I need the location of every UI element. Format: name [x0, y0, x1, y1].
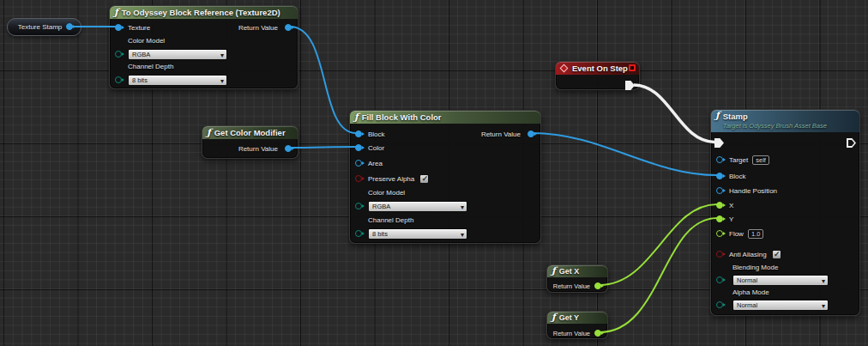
node-get-y[interactable]: ƒ Get Y Return Value	[546, 311, 608, 339]
wire-gety-to-stamp-y	[600, 218, 717, 332]
node-header[interactable]: ƒ Get X	[547, 265, 607, 277]
pin-row-return-value: Return Value	[481, 130, 534, 138]
pin-return-value[interactable]	[594, 330, 601, 337]
node-texture-stamp[interactable]: Texture Stamp	[7, 18, 81, 36]
function-icon: ƒ	[207, 129, 211, 137]
pin-row-channel-depth	[355, 229, 362, 238]
variable-label: Texture Stamp	[18, 23, 63, 31]
pin-channel-depth[interactable]	[355, 230, 362, 237]
node-fill-block-with-color[interactable]: ƒ Fill Block With Color Block Return Val…	[349, 110, 541, 244]
pin-alpha-mode[interactable]	[716, 301, 723, 308]
pin-label: Return Value	[481, 131, 521, 138]
pin-label: Target	[729, 156, 748, 164]
pin-anti-aliasing[interactable]	[716, 251, 723, 258]
pin-label: Anti Aliasing	[729, 251, 767, 258]
pin-handle-position[interactable]	[716, 187, 723, 194]
pin-color-model[interactable]	[355, 203, 362, 209]
node-header[interactable]: ƒ Fill Block With Color	[350, 111, 540, 124]
pin-row-return-value: Return Value	[553, 329, 601, 337]
pin-color-model[interactable]	[115, 51, 122, 58]
alpha-mode-dropdown[interactable]: Normal	[732, 300, 829, 311]
node-event-on-step[interactable]: Event On Step	[555, 61, 640, 90]
pin-label: Flow	[729, 230, 744, 238]
pin-label: Block	[729, 173, 746, 180]
node-header[interactable]: Event On Step	[556, 62, 639, 75]
pin-flow[interactable]	[716, 230, 723, 237]
pin-row-return-value: Return Value	[553, 282, 601, 290]
pin-texture-stamp-output[interactable]	[66, 23, 73, 30]
node-title: Event On Step	[572, 64, 628, 73]
pin-row-block: Block	[716, 172, 746, 180]
blending-mode-label: Blending Mode	[732, 264, 778, 271]
exec-output-pin[interactable]	[847, 138, 856, 148]
pin-row-handle-position: Handle Position	[716, 186, 777, 195]
pin-label: Preserve Alpha	[368, 175, 414, 183]
wire-getx-to-stamp-x	[600, 204, 717, 285]
delegate-pin-icon[interactable]	[629, 64, 636, 71]
function-icon: ƒ	[552, 313, 556, 322]
pin-label: Area	[368, 160, 383, 167]
pin-return-value[interactable]	[527, 131, 534, 137]
pin-label: Texture	[128, 24, 150, 32]
color-model-dropdown[interactable]: RGBA	[368, 201, 467, 212]
node-header[interactable]: ƒ To Odyssey Block Reference (Texture2D)	[110, 6, 298, 19]
flow-value-field[interactable]: 1.0	[748, 229, 763, 239]
pin-row-color: Color	[355, 143, 384, 152]
node-header[interactable]: ƒ Stamp Target is Odyssey Brush Asset Ba…	[711, 110, 859, 132]
pin-blending-mode[interactable]	[716, 276, 723, 283]
channel-depth-label: Channel Depth	[128, 63, 173, 70]
pin-label: Color	[368, 144, 384, 152]
pin-preserve-alpha[interactable]	[355, 175, 362, 182]
color-model-label: Color Model	[128, 37, 165, 45]
pin-label: Handle Position	[729, 187, 777, 195]
pin-row-return-value: Return Value	[238, 23, 292, 32]
function-icon: ƒ	[715, 112, 720, 120]
node-get-x[interactable]: ƒ Get X Return Value	[546, 264, 608, 293]
channel-depth-dropdown[interactable]: 8 bits	[368, 228, 467, 240]
node-title: Get Y	[559, 313, 579, 322]
node-stamp[interactable]: ƒ Stamp Target is Odyssey Brush Asset Ba…	[710, 109, 860, 316]
pin-row-color-model	[355, 202, 362, 210]
pin-y[interactable]	[716, 215, 723, 222]
pin-block[interactable]	[716, 173, 723, 179]
color-model-label: Color Model	[368, 189, 405, 197]
node-get-color-modifier[interactable]: ƒ Get Color Modifier Return Value	[202, 125, 298, 159]
pin-area[interactable]	[355, 160, 362, 167]
pin-x[interactable]	[716, 202, 723, 209]
node-title: Get Color Modifier	[214, 128, 286, 137]
pin-return-value[interactable]	[285, 24, 292, 31]
preserve-alpha-checkbox[interactable]	[419, 174, 429, 184]
pin-texture[interactable]	[115, 24, 122, 31]
anti-aliasing-checkbox[interactable]	[772, 250, 781, 259]
node-to-odyssey-block-reference[interactable]: ƒ To Odyssey Block Reference (Texture2D)…	[109, 5, 298, 89]
pin-channel-depth[interactable]	[115, 76, 122, 83]
pin-target[interactable]	[716, 156, 723, 163]
target-value-field[interactable]: self	[752, 155, 769, 165]
pin-return-value[interactable]	[594, 282, 601, 289]
pin-row-target: Target self	[716, 155, 769, 164]
wire-fill-return-to-stamp-block	[533, 133, 717, 175]
pin-color[interactable]	[355, 144, 362, 151]
pin-row-return-value: Return Value	[238, 144, 292, 153]
pin-block[interactable]	[355, 131, 362, 137]
pin-row-anti-aliasing: Anti Aliasing	[716, 250, 781, 258]
pin-row-blending-mode	[716, 276, 723, 284]
exec-input-pin[interactable]	[714, 138, 724, 148]
color-model-dropdown[interactable]: RGBA	[128, 49, 227, 60]
node-title: Get X	[559, 267, 580, 276]
pin-label: Return Value	[553, 282, 590, 290]
blending-mode-dropdown[interactable]: Normal	[732, 275, 829, 286]
pin-row-preserve-alpha: Preserve Alpha	[355, 174, 429, 183]
pin-label: Return Value	[553, 330, 590, 337]
node-subtitle: Target is Odyssey Brush Asset Base	[723, 121, 827, 131]
pin-return-value[interactable]	[285, 145, 292, 152]
pin-label: Block	[368, 131, 385, 138]
channel-depth-label: Channel Depth	[368, 216, 413, 224]
channel-depth-dropdown[interactable]: 8 bits	[128, 75, 227, 86]
wire-exec-event-to-stamp	[634, 85, 714, 143]
blueprint-graph-canvas[interactable]: Texture Stamp ƒ To Odyssey Block Referen…	[0, 0, 868, 346]
pin-row-channel-depth	[115, 76, 122, 84]
exec-output-pin[interactable]	[625, 81, 635, 90]
node-header[interactable]: ƒ Get Color Modifier	[202, 126, 298, 139]
node-header[interactable]: ƒ Get Y	[547, 312, 607, 324]
